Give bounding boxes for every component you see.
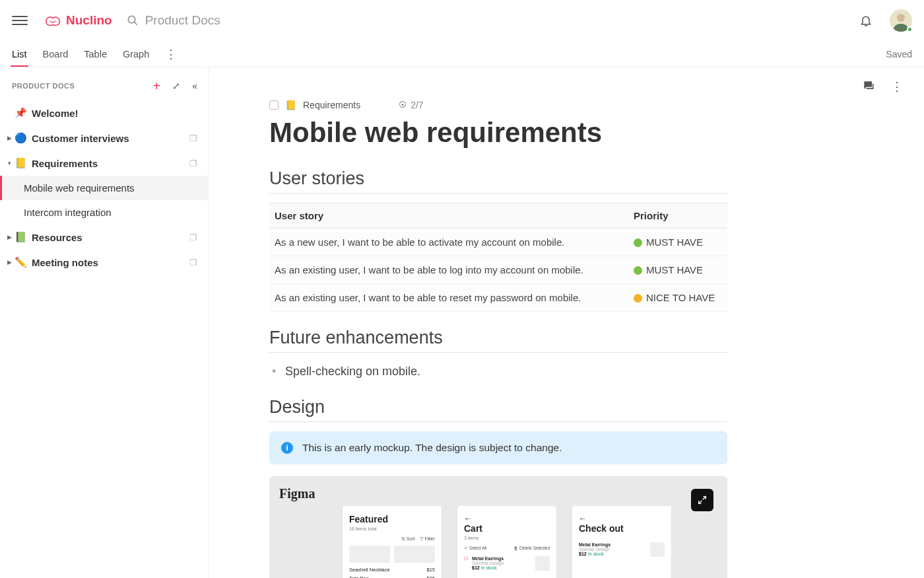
- comments-icon[interactable]: [862, 79, 875, 96]
- mockup-checkout: ← Check out Metal Earrings Special Desig…: [572, 506, 671, 578]
- section-future[interactable]: Future enhancements: [269, 328, 727, 353]
- page-title[interactable]: Mobile web requirements: [269, 117, 727, 149]
- sidebar-title: PRODUCT DOCS: [12, 82, 153, 90]
- copy-icon[interactable]: ❐: [189, 159, 197, 168]
- collapse-sidebar-icon[interactable]: «: [192, 81, 197, 91]
- doc-more-icon[interactable]: ⋮: [891, 79, 903, 96]
- figma-label: Figma: [279, 486, 315, 501]
- copy-icon[interactable]: ❐: [189, 258, 197, 268]
- info-callout: i This is an early mockup. The design is…: [269, 431, 727, 464]
- sidebar-item-welcome[interactable]: 📌 Welcome!: [0, 100, 208, 126]
- sidebar-item-mobile-web-requirements[interactable]: Mobile web requirements: [0, 176, 208, 200]
- table-row[interactable]: As an existing user, I want to be able t…: [269, 256, 727, 284]
- section-design[interactable]: Design: [269, 397, 727, 422]
- save-status: Saved: [886, 49, 912, 59]
- book-icon: 📗: [15, 231, 27, 243]
- tab-list[interactable]: List: [12, 42, 27, 66]
- svg-point-0: [128, 16, 135, 23]
- sidebar-item-meeting-notes[interactable]: ▶ ✏️ Meeting notes ❐: [0, 250, 208, 275]
- col-priority: Priority: [628, 203, 727, 229]
- priority-dot-icon: [634, 238, 642, 247]
- menu-toggle[interactable]: [12, 13, 28, 28]
- tab-table[interactable]: Table: [84, 42, 107, 66]
- table-row[interactable]: As an existing user, I want to be able t…: [269, 284, 727, 312]
- breadcrumb: 📒 Requirements ⦿ 2/7: [269, 100, 727, 110]
- list-item[interactable]: Spell-checking on mobile.: [269, 362, 727, 381]
- info-icon: i: [281, 442, 293, 454]
- chevron-down-icon: ▾: [5, 160, 13, 166]
- presence-indicator: [907, 26, 913, 32]
- copy-icon[interactable]: ❐: [189, 233, 197, 242]
- sidebar-item-customer-interviews[interactable]: ▶ 🔵 Customer interviews ❐: [0, 126, 208, 151]
- figma-embed[interactable]: Figma Featured 18 items total ⇅ Sort▽ Fi…: [269, 476, 727, 578]
- task-checkbox[interactable]: [269, 100, 279, 110]
- future-list: Spell-checking on mobile.: [269, 362, 727, 381]
- sidebar-item-intercom-integration[interactable]: Intercom integration: [0, 200, 208, 225]
- task-progress: ⦿ 2/7: [399, 100, 423, 110]
- copy-icon[interactable]: ❐: [189, 133, 197, 143]
- svg-line-1: [134, 22, 137, 25]
- chevron-right-icon: ▶: [5, 234, 13, 240]
- tab-more-icon[interactable]: ⋮: [165, 47, 177, 61]
- priority-dot-icon: [634, 266, 642, 275]
- pencil-icon: ✏️: [15, 256, 27, 268]
- view-tabs: List Board Table Graph ⋮: [12, 42, 177, 66]
- breadcrumb-link[interactable]: Requirements: [303, 100, 360, 110]
- mockup-cart: ← Cart 3 items ✓ Select All🗑 Delete Sele…: [457, 506, 556, 578]
- chevron-right-icon: ▶: [5, 135, 13, 141]
- app-logo[interactable]: Nuclino: [44, 13, 112, 28]
- tab-graph[interactable]: Graph: [123, 42, 149, 66]
- priority-dot-icon: [634, 294, 642, 303]
- search-field[interactable]: Product Docs: [127, 13, 859, 28]
- section-user-stories[interactable]: User stories: [269, 168, 727, 194]
- expand-embed-icon[interactable]: [691, 489, 713, 511]
- progress-icon: ⦿: [399, 100, 407, 110]
- breadcrumb-folder-icon: 📒: [285, 100, 296, 110]
- tab-board[interactable]: Board: [43, 42, 69, 66]
- notifications-icon[interactable]: [859, 14, 873, 27]
- search-icon: [127, 15, 139, 26]
- folder-icon: 📒: [15, 157, 27, 169]
- app-name: Nuclino: [66, 13, 112, 28]
- chevron-right-icon: ▶: [5, 259, 13, 266]
- sidebar-item-requirements[interactable]: ▾ 📒 Requirements ❐: [0, 151, 208, 176]
- speech-icon: 🔵: [15, 132, 27, 144]
- user-stories-table: User story Priority As a new user, I wan…: [269, 203, 727, 312]
- sidebar-item-resources[interactable]: ▶ 📗 Resources ❐: [0, 225, 208, 250]
- new-item-button[interactable]: +: [153, 79, 161, 92]
- table-row[interactable]: As a new user, I want to be able to acti…: [269, 229, 727, 256]
- search-placeholder: Product Docs: [145, 13, 220, 28]
- expand-icon[interactable]: ⤢: [172, 81, 180, 91]
- col-user-story: User story: [269, 203, 628, 229]
- mockup-featured: Featured 18 items total ⇅ Sort▽ Filter S…: [343, 506, 442, 578]
- user-avatar[interactable]: [890, 9, 912, 32]
- pin-icon: 📌: [15, 107, 27, 119]
